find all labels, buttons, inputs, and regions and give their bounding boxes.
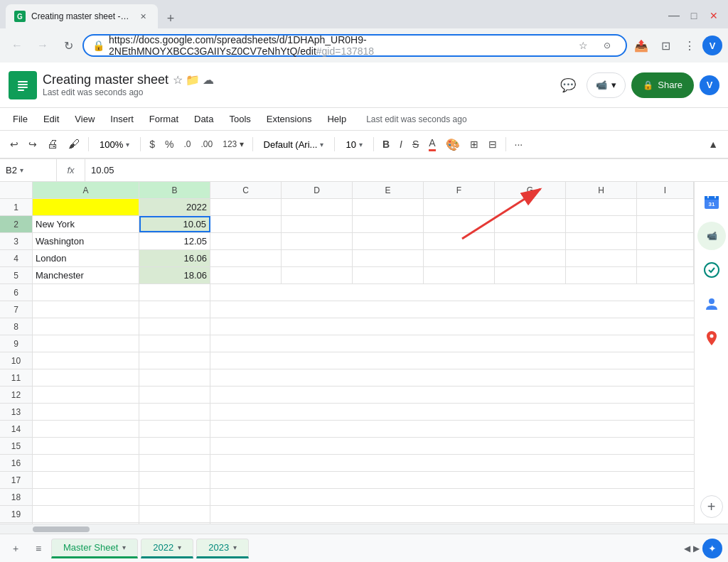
menu-edit[interactable]: Edit <box>36 111 66 127</box>
cell-f2[interactable] <box>424 216 495 232</box>
row-num-19[interactable]: 19 <box>0 506 33 522</box>
cell-g3[interactable] <box>495 233 566 249</box>
calendar-panel-icon[interactable]: 31 <box>697 188 726 216</box>
row-num-5[interactable]: 5 <box>0 267 33 283</box>
cell-b19[interactable] <box>139 506 210 522</box>
menu-data[interactable]: Data <box>187 111 220 127</box>
cell-c4[interactable] <box>210 250 282 266</box>
cell-a11[interactable] <box>33 369 139 386</box>
row-num-15[interactable]: 15 <box>0 438 33 454</box>
sheet-list-button[interactable]: ≡ <box>28 539 48 558</box>
cell-b5[interactable]: 18.06 <box>139 267 210 283</box>
cell-f3[interactable] <box>424 233 495 249</box>
cell-d1[interactable] <box>282 199 353 215</box>
horizontal-scrollbar[interactable] <box>0 524 728 534</box>
fill-color-button[interactable]: 🎨 <box>441 134 464 154</box>
new-tab-button[interactable]: + <box>161 9 181 28</box>
add-panel-button[interactable]: + <box>700 495 723 518</box>
row-num-8[interactable]: 8 <box>0 318 33 335</box>
italic-button[interactable]: I <box>395 134 407 154</box>
cell-i4[interactable] <box>637 250 694 266</box>
cell-a16[interactable] <box>33 455 139 471</box>
folder-icon[interactable]: 📁 <box>186 73 200 87</box>
row-num-1[interactable]: 1 <box>0 199 33 215</box>
cell-a17[interactable] <box>33 472 139 488</box>
meet-button[interactable]: 📹 ▾ <box>587 72 626 98</box>
cell-a7[interactable] <box>33 301 139 318</box>
menu-insert[interactable]: Insert <box>103 111 141 127</box>
cell-b17[interactable] <box>139 472 210 488</box>
row-num-12[interactable]: 12 <box>0 387 33 403</box>
cell-a15[interactable] <box>33 438 139 454</box>
cell-c5[interactable] <box>210 267 282 283</box>
profile-avatar[interactable]: V <box>702 36 722 55</box>
explore-button[interactable]: ✦ <box>702 539 722 558</box>
row-num-14[interactable]: 14 <box>0 421 33 437</box>
col-header-f[interactable]: F <box>424 182 495 198</box>
cell-a14[interactable] <box>33 421 139 437</box>
cell-b15[interactable] <box>139 438 210 454</box>
cell-h3[interactable] <box>566 233 637 249</box>
col-header-c[interactable]: C <box>210 182 282 198</box>
cell-g2[interactable] <box>495 216 566 232</box>
menu-view[interactable]: View <box>68 111 102 127</box>
meet-panel-icon[interactable]: 📹 <box>697 222 726 250</box>
scroll-right-button[interactable]: ▶ <box>693 544 700 553</box>
cell-e2[interactable] <box>353 216 424 232</box>
sheet-tab-2023[interactable]: 2023 ▾ <box>196 539 249 558</box>
cell-a20[interactable] <box>33 523 139 524</box>
decimal-increase[interactable]: .00 <box>197 134 218 154</box>
tasks-panel-icon[interactable] <box>697 256 726 284</box>
borders-button[interactable]: ⊞ <box>466 134 483 154</box>
bold-button[interactable]: B <box>378 134 394 154</box>
row-num-13[interactable]: 13 <box>0 404 33 420</box>
add-sheet-button[interactable]: + <box>6 539 26 558</box>
menu-file[interactable]: File <box>6 111 35 127</box>
cell-g4[interactable] <box>495 250 566 266</box>
cell-a4[interactable]: London <box>33 250 139 266</box>
undo-button[interactable]: ↩ <box>6 134 23 154</box>
col-header-a[interactable]: A <box>33 182 139 198</box>
row-num-3[interactable]: 3 <box>0 233 33 249</box>
cloud-icon[interactable]: ☁ <box>203 73 214 87</box>
cell-b13[interactable] <box>139 404 210 420</box>
col-header-h[interactable]: H <box>566 182 637 198</box>
cell-i1[interactable] <box>637 199 694 215</box>
sidebar-toggle[interactable]: ⊡ <box>654 34 677 57</box>
corner-cell[interactable] <box>0 182 33 198</box>
menu-help[interactable]: Help <box>320 111 353 127</box>
col-header-e[interactable]: E <box>353 182 424 198</box>
cell-b6[interactable] <box>139 284 210 301</box>
more-button[interactable]: ⋮ <box>678 34 701 57</box>
cell-e5[interactable] <box>353 267 424 283</box>
row-num-20[interactable]: 20 <box>0 523 33 524</box>
col-header-g[interactable]: G <box>495 182 566 198</box>
sheet-tab-master[interactable]: Master Sheet ▾ <box>51 539 138 558</box>
cell-b8[interactable] <box>139 318 210 335</box>
contacts-panel-icon[interactable] <box>697 290 726 318</box>
row-num-4[interactable]: 4 <box>0 250 33 266</box>
share-button[interactable]: 🔒 Share <box>631 72 694 98</box>
cell-g5[interactable] <box>495 267 566 283</box>
scroll-thumb-horizontal[interactable] <box>33 526 90 532</box>
cell-g1[interactable] <box>495 199 566 215</box>
active-tab[interactable]: G Creating master sheet - Google ✕ <box>6 4 158 28</box>
cell-h5[interactable] <box>566 267 637 283</box>
row-num-10[interactable]: 10 <box>0 352 33 369</box>
strikethrough-button[interactable]: S <box>408 134 423 154</box>
cell-a3[interactable]: Washington <box>33 233 139 249</box>
cell-a1[interactable] <box>33 199 139 215</box>
row-num-18[interactable]: 18 <box>0 489 33 505</box>
cell-a2[interactable]: New York <box>33 216 139 232</box>
cell-h2[interactable] <box>566 216 637 232</box>
cell-f1[interactable] <box>424 199 495 215</box>
col-header-d[interactable]: D <box>282 182 353 198</box>
formula-input[interactable] <box>85 165 728 175</box>
menu-tools[interactable]: Tools <box>222 111 257 127</box>
cell-e4[interactable] <box>353 250 424 266</box>
cell-a10[interactable] <box>33 352 139 369</box>
reload-button[interactable]: ↻ <box>57 34 80 57</box>
cell-e3[interactable] <box>353 233 424 249</box>
font-color-button[interactable]: A <box>424 134 439 154</box>
cell-b18[interactable] <box>139 489 210 505</box>
